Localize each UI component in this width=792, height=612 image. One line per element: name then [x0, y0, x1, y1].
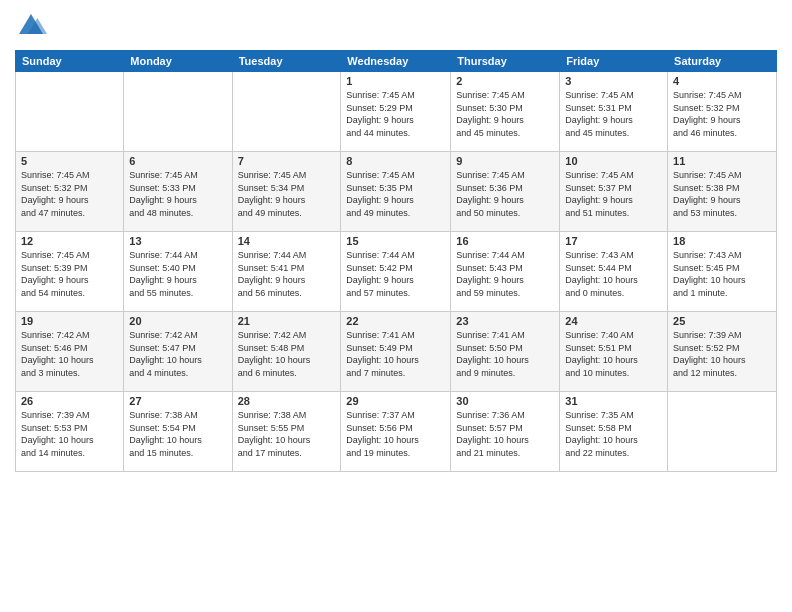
day-info: Sunrise: 7:40 AM Sunset: 5:51 PM Dayligh… — [565, 329, 662, 379]
table-row: 23Sunrise: 7:41 AM Sunset: 5:50 PM Dayli… — [451, 312, 560, 392]
day-number: 26 — [21, 395, 118, 407]
day-number: 20 — [129, 315, 226, 327]
col-friday: Friday — [560, 51, 668, 72]
day-info: Sunrise: 7:38 AM Sunset: 5:54 PM Dayligh… — [129, 409, 226, 459]
day-info: Sunrise: 7:36 AM Sunset: 5:57 PM Dayligh… — [456, 409, 554, 459]
day-number: 6 — [129, 155, 226, 167]
table-row: 3Sunrise: 7:45 AM Sunset: 5:31 PM Daylig… — [560, 72, 668, 152]
table-row: 4Sunrise: 7:45 AM Sunset: 5:32 PM Daylig… — [668, 72, 777, 152]
day-number: 4 — [673, 75, 771, 87]
day-info: Sunrise: 7:42 AM Sunset: 5:47 PM Dayligh… — [129, 329, 226, 379]
day-info: Sunrise: 7:45 AM Sunset: 5:32 PM Dayligh… — [673, 89, 771, 139]
table-row — [668, 392, 777, 472]
day-number: 29 — [346, 395, 445, 407]
table-row — [232, 72, 341, 152]
calendar-table: Sunday Monday Tuesday Wednesday Thursday… — [15, 50, 777, 472]
col-monday: Monday — [124, 51, 232, 72]
col-tuesday: Tuesday — [232, 51, 341, 72]
day-number: 9 — [456, 155, 554, 167]
day-number: 12 — [21, 235, 118, 247]
table-row: 27Sunrise: 7:38 AM Sunset: 5:54 PM Dayli… — [124, 392, 232, 472]
day-number: 14 — [238, 235, 336, 247]
table-row: 24Sunrise: 7:40 AM Sunset: 5:51 PM Dayli… — [560, 312, 668, 392]
day-info: Sunrise: 7:45 AM Sunset: 5:38 PM Dayligh… — [673, 169, 771, 219]
day-info: Sunrise: 7:35 AM Sunset: 5:58 PM Dayligh… — [565, 409, 662, 459]
day-info: Sunrise: 7:45 AM Sunset: 5:33 PM Dayligh… — [129, 169, 226, 219]
day-number: 17 — [565, 235, 662, 247]
day-number: 13 — [129, 235, 226, 247]
table-row: 31Sunrise: 7:35 AM Sunset: 5:58 PM Dayli… — [560, 392, 668, 472]
table-row: 8Sunrise: 7:45 AM Sunset: 5:35 PM Daylig… — [341, 152, 451, 232]
day-info: Sunrise: 7:39 AM Sunset: 5:52 PM Dayligh… — [673, 329, 771, 379]
day-number: 16 — [456, 235, 554, 247]
table-row: 18Sunrise: 7:43 AM Sunset: 5:45 PM Dayli… — [668, 232, 777, 312]
day-info: Sunrise: 7:39 AM Sunset: 5:53 PM Dayligh… — [21, 409, 118, 459]
col-sunday: Sunday — [16, 51, 124, 72]
calendar-week-row: 19Sunrise: 7:42 AM Sunset: 5:46 PM Dayli… — [16, 312, 777, 392]
day-info: Sunrise: 7:43 AM Sunset: 5:44 PM Dayligh… — [565, 249, 662, 299]
col-saturday: Saturday — [668, 51, 777, 72]
table-row: 30Sunrise: 7:36 AM Sunset: 5:57 PM Dayli… — [451, 392, 560, 472]
day-info: Sunrise: 7:37 AM Sunset: 5:56 PM Dayligh… — [346, 409, 445, 459]
table-row: 11Sunrise: 7:45 AM Sunset: 5:38 PM Dayli… — [668, 152, 777, 232]
table-row: 25Sunrise: 7:39 AM Sunset: 5:52 PM Dayli… — [668, 312, 777, 392]
calendar-week-row: 12Sunrise: 7:45 AM Sunset: 5:39 PM Dayli… — [16, 232, 777, 312]
calendar-week-row: 5Sunrise: 7:45 AM Sunset: 5:32 PM Daylig… — [16, 152, 777, 232]
day-number: 8 — [346, 155, 445, 167]
day-info: Sunrise: 7:45 AM Sunset: 5:35 PM Dayligh… — [346, 169, 445, 219]
day-number: 18 — [673, 235, 771, 247]
day-number: 10 — [565, 155, 662, 167]
header — [15, 10, 777, 42]
day-info: Sunrise: 7:45 AM Sunset: 5:32 PM Dayligh… — [21, 169, 118, 219]
day-number: 21 — [238, 315, 336, 327]
day-number: 3 — [565, 75, 662, 87]
day-info: Sunrise: 7:44 AM Sunset: 5:40 PM Dayligh… — [129, 249, 226, 299]
day-number: 5 — [21, 155, 118, 167]
day-info: Sunrise: 7:45 AM Sunset: 5:37 PM Dayligh… — [565, 169, 662, 219]
table-row: 20Sunrise: 7:42 AM Sunset: 5:47 PM Dayli… — [124, 312, 232, 392]
col-wednesday: Wednesday — [341, 51, 451, 72]
table-row: 5Sunrise: 7:45 AM Sunset: 5:32 PM Daylig… — [16, 152, 124, 232]
day-info: Sunrise: 7:38 AM Sunset: 5:55 PM Dayligh… — [238, 409, 336, 459]
table-row: 12Sunrise: 7:45 AM Sunset: 5:39 PM Dayli… — [16, 232, 124, 312]
day-number: 25 — [673, 315, 771, 327]
table-row: 2Sunrise: 7:45 AM Sunset: 5:30 PM Daylig… — [451, 72, 560, 152]
day-info: Sunrise: 7:45 AM Sunset: 5:34 PM Dayligh… — [238, 169, 336, 219]
day-info: Sunrise: 7:41 AM Sunset: 5:49 PM Dayligh… — [346, 329, 445, 379]
day-number: 24 — [565, 315, 662, 327]
day-info: Sunrise: 7:45 AM Sunset: 5:36 PM Dayligh… — [456, 169, 554, 219]
day-info: Sunrise: 7:42 AM Sunset: 5:46 PM Dayligh… — [21, 329, 118, 379]
day-number: 2 — [456, 75, 554, 87]
day-number: 27 — [129, 395, 226, 407]
day-info: Sunrise: 7:44 AM Sunset: 5:41 PM Dayligh… — [238, 249, 336, 299]
day-info: Sunrise: 7:41 AM Sunset: 5:50 PM Dayligh… — [456, 329, 554, 379]
col-thursday: Thursday — [451, 51, 560, 72]
table-row: 9Sunrise: 7:45 AM Sunset: 5:36 PM Daylig… — [451, 152, 560, 232]
day-info: Sunrise: 7:45 AM Sunset: 5:30 PM Dayligh… — [456, 89, 554, 139]
day-number: 30 — [456, 395, 554, 407]
day-info: Sunrise: 7:45 AM Sunset: 5:29 PM Dayligh… — [346, 89, 445, 139]
calendar-week-row: 26Sunrise: 7:39 AM Sunset: 5:53 PM Dayli… — [16, 392, 777, 472]
table-row: 16Sunrise: 7:44 AM Sunset: 5:43 PM Dayli… — [451, 232, 560, 312]
table-row: 1Sunrise: 7:45 AM Sunset: 5:29 PM Daylig… — [341, 72, 451, 152]
table-row: 15Sunrise: 7:44 AM Sunset: 5:42 PM Dayli… — [341, 232, 451, 312]
day-number: 7 — [238, 155, 336, 167]
table-row: 14Sunrise: 7:44 AM Sunset: 5:41 PM Dayli… — [232, 232, 341, 312]
table-row: 17Sunrise: 7:43 AM Sunset: 5:44 PM Dayli… — [560, 232, 668, 312]
day-number: 28 — [238, 395, 336, 407]
day-number: 23 — [456, 315, 554, 327]
table-row — [124, 72, 232, 152]
day-info: Sunrise: 7:44 AM Sunset: 5:42 PM Dayligh… — [346, 249, 445, 299]
day-info: Sunrise: 7:45 AM Sunset: 5:39 PM Dayligh… — [21, 249, 118, 299]
day-number: 19 — [21, 315, 118, 327]
day-number: 31 — [565, 395, 662, 407]
day-info: Sunrise: 7:44 AM Sunset: 5:43 PM Dayligh… — [456, 249, 554, 299]
page: Sunday Monday Tuesday Wednesday Thursday… — [0, 0, 792, 612]
table-row: 21Sunrise: 7:42 AM Sunset: 5:48 PM Dayli… — [232, 312, 341, 392]
calendar-header-row: Sunday Monday Tuesday Wednesday Thursday… — [16, 51, 777, 72]
table-row: 26Sunrise: 7:39 AM Sunset: 5:53 PM Dayli… — [16, 392, 124, 472]
day-number: 11 — [673, 155, 771, 167]
day-number: 1 — [346, 75, 445, 87]
table-row: 6Sunrise: 7:45 AM Sunset: 5:33 PM Daylig… — [124, 152, 232, 232]
table-row: 29Sunrise: 7:37 AM Sunset: 5:56 PM Dayli… — [341, 392, 451, 472]
